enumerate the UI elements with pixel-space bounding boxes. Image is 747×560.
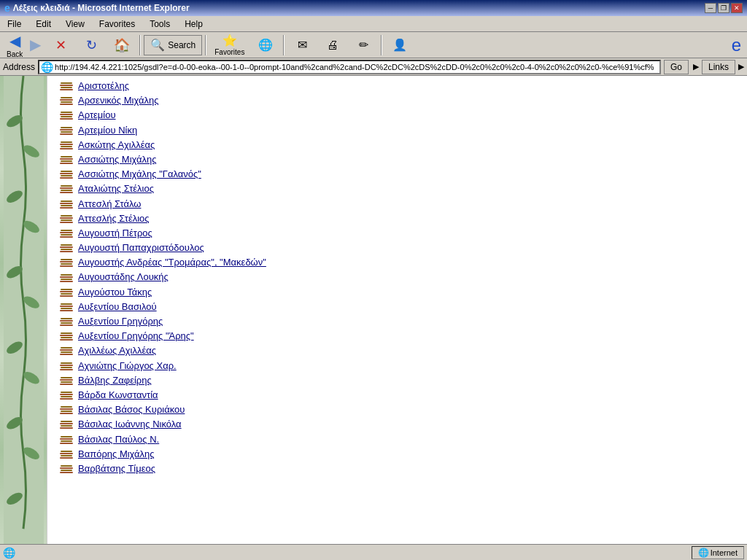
search-icon: 🔍 (150, 38, 165, 52)
book-icon (59, 301, 74, 313)
list-item[interactable]: Βαρβάτσης Τίμεος (47, 462, 747, 476)
svg-rect-116 (61, 465, 72, 467)
main-area: Αριστοτέλης Αρσενικός Μιχάλης Αρτεμίου Α… (0, 76, 747, 544)
list-item[interactable]: Αυγουστή Παπαχριστόδουλος (47, 241, 747, 255)
list-item[interactable]: Αρτεμίου Νίκη (47, 123, 747, 138)
book-icon (59, 242, 74, 254)
back-button[interactable]: ◀ Back (3, 30, 26, 61)
messenger-icon: 👤 (392, 38, 407, 52)
minimize-button[interactable]: ─ (705, 3, 716, 13)
list-item[interactable]: Αταλιώτης Στέλιος (47, 182, 747, 196)
list-item-text: Βάρδα Κωνσταντία (78, 389, 158, 402)
svg-rect-82 (61, 337, 72, 338)
list-item[interactable]: Βάλβης Ζαφείρης (47, 373, 747, 388)
svg-rect-89 (60, 365, 73, 366)
list-item[interactable]: Αυγουστή Πέτρος (47, 226, 747, 241)
list-item-text: Αρσενικός Μιχάλης (78, 94, 158, 107)
svg-rect-59 (60, 251, 73, 252)
back-arrow-icon: ◀ (9, 32, 20, 50)
svg-rect-113 (60, 453, 73, 454)
list-item[interactable]: Αριστοτέλης (47, 79, 747, 93)
content-area[interactable]: Αριστοτέλης Αρσενικός Μιχάλης Αρτεμίου Α… (47, 76, 747, 544)
book-icon (59, 448, 74, 460)
list-item[interactable]: Αυγούστου Τάκης (47, 285, 747, 300)
list-item[interactable]: Αττεσλής Στέλιος (47, 211, 747, 226)
print-button[interactable]: 🖨 (318, 36, 347, 54)
menu-file[interactable]: File (3, 18, 26, 31)
menu-tools[interactable]: Tools (145, 18, 174, 31)
edit-button[interactable]: ✏ (349, 36, 378, 54)
separator-3 (283, 35, 285, 55)
toolbar: ◀ Back ▶ ✕ ↻ 🏠 🔍 Search ⭐ Favorites 🌐 ✉ (0, 32, 747, 58)
svg-rect-67 (60, 281, 73, 282)
book-icon (59, 139, 74, 151)
go-button[interactable]: Go (664, 60, 689, 74)
list-item[interactable]: Βάσιλας Βάσος Κυριάκου (47, 402, 747, 417)
list-item[interactable]: Βάρδα Κωνσταντία (47, 388, 747, 402)
svg-rect-102 (61, 411, 72, 412)
svg-rect-79 (60, 324, 73, 326)
window-title: Λέξεις κλειδιά - Microsoft Internet Expl… (13, 3, 190, 13)
list-item[interactable]: Βάσιλας Ιωάννης Νικόλα (47, 417, 747, 432)
links-button[interactable]: Links (702, 60, 735, 74)
svg-rect-71 (60, 295, 73, 297)
svg-rect-18 (61, 101, 72, 103)
svg-rect-84 (61, 347, 72, 349)
ie-animated-logo: e (732, 35, 741, 55)
list-item[interactable]: Αυξεντίου Γρηγόρης "Άρης" (47, 329, 747, 343)
list-item[interactable]: Αυγουστάδης Λουκής (47, 270, 747, 284)
refresh-button[interactable]: ↻ (77, 35, 106, 55)
messenger-button[interactable]: 👤 (385, 36, 414, 54)
menu-edit[interactable]: Edit (31, 18, 55, 31)
list-item[interactable]: Ασκώτης Αχιλλέας (47, 138, 747, 152)
favorites-button[interactable]: ⭐ Favorites (209, 31, 249, 58)
list-item[interactable]: Αρτεμίου (47, 108, 747, 122)
svg-rect-46 (61, 205, 72, 206)
search-button[interactable]: 🔍 Search (144, 35, 202, 55)
svg-rect-31 (60, 148, 73, 149)
menu-favorites[interactable]: Favorites (95, 18, 139, 31)
svg-rect-96 (61, 392, 72, 393)
forward-button[interactable]: ▶ (26, 34, 44, 56)
list-item[interactable]: Αχιλλέως Αχιλλέας (47, 343, 747, 358)
menu-view[interactable]: View (61, 18, 89, 31)
stop-button[interactable]: ✕ (46, 35, 75, 55)
svg-rect-34 (61, 160, 72, 162)
svg-rect-68 (61, 289, 72, 290)
list-item[interactable]: Βαπόρης Μιχάλης (47, 447, 747, 462)
list-item[interactable]: Αχνιώτης Γιώργος Χαρ. (47, 359, 747, 373)
list-item-text: Βάσιλας Βάσος Κυριάκου (78, 403, 185, 416)
list-item[interactable]: Ασσιώτης Μιχάλης (47, 152, 747, 167)
menu-help[interactable]: Help (180, 18, 207, 31)
list-item[interactable]: Βάσιλας Παύλος Ν. (47, 432, 747, 447)
zone-text: Internet (711, 548, 738, 557)
list-item[interactable]: Αρσενικός Μιχάλης (47, 93, 747, 108)
list-item[interactable]: Αυξεντίου Βασιλού (47, 300, 747, 314)
media-icon: 🌐 (258, 38, 273, 52)
list-item[interactable]: Αυξεντίου Γρηγόρης (47, 314, 747, 329)
address-bar: Address 🌐 Go ▶ Links ▶ (0, 58, 747, 76)
mail-button[interactable]: ✉ (287, 36, 317, 54)
close-button[interactable]: ✕ (731, 3, 743, 13)
svg-rect-48 (61, 215, 72, 217)
home-button[interactable]: 🏠 (107, 35, 136, 55)
list-item-text: Αρτεμίου Νίκη (78, 124, 137, 137)
svg-rect-29 (60, 144, 73, 145)
svg-rect-81 (60, 335, 73, 336)
address-input[interactable] (55, 63, 658, 71)
list-item[interactable]: Ασσιώτης Μιχάλης "Γαλανός" (47, 167, 747, 182)
svg-rect-85 (60, 349, 73, 351)
svg-rect-12 (61, 82, 72, 84)
svg-rect-26 (61, 131, 72, 133)
list-item[interactable]: Αυγουστής Ανδρέας "Τρομάρας", "Μακεδών" (47, 255, 747, 270)
svg-rect-106 (61, 425, 72, 427)
svg-rect-17 (60, 99, 73, 101)
svg-rect-27 (60, 133, 73, 135)
list-item[interactable]: Αττεσλή Στάλω (47, 197, 747, 211)
list-item-text: Αριστοτέλης (78, 79, 129, 93)
vine-decoration (4, 76, 44, 544)
media-button[interactable]: 🌐 (251, 36, 280, 54)
svg-rect-110 (61, 440, 72, 442)
restore-button[interactable]: ❐ (718, 3, 729, 13)
status-bar: 🌐 🌐 Internet (0, 544, 747, 560)
